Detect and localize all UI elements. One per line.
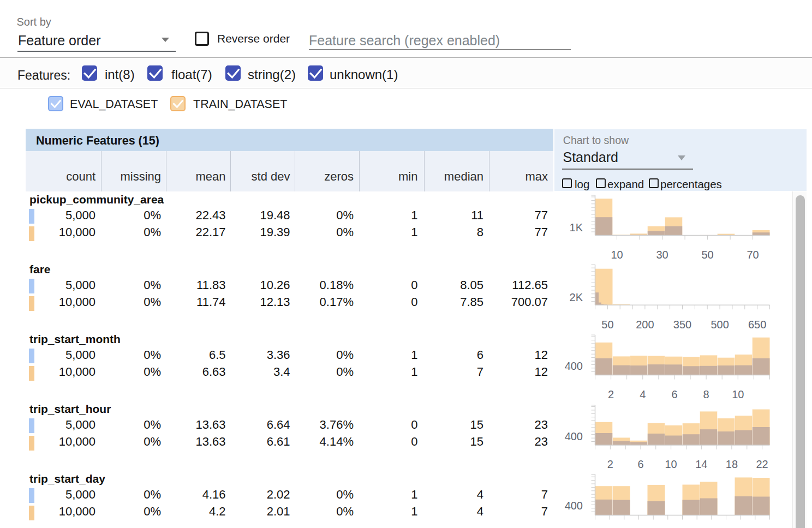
svg-text:10: 10 <box>732 388 744 400</box>
svg-text:18: 18 <box>726 458 738 470</box>
svg-text:200: 200 <box>636 319 654 331</box>
svg-text:650: 650 <box>748 319 766 331</box>
svg-text:10: 10 <box>665 458 677 470</box>
svg-text:30: 30 <box>656 249 668 261</box>
svg-text:50: 50 <box>701 249 713 261</box>
svg-text:400: 400 <box>565 500 583 512</box>
svg-text:2K: 2K <box>570 291 583 303</box>
svg-text:400: 400 <box>565 430 583 442</box>
svg-text:22: 22 <box>756 458 768 470</box>
svg-text:50: 50 <box>601 319 613 331</box>
svg-text:70: 70 <box>747 249 759 261</box>
svg-text:6: 6 <box>637 458 643 470</box>
svg-text:10: 10 <box>611 249 623 261</box>
svg-text:6: 6 <box>671 388 677 400</box>
svg-text:350: 350 <box>673 319 691 331</box>
svg-text:1K: 1K <box>570 221 583 233</box>
svg-text:2: 2 <box>607 458 613 470</box>
svg-text:8: 8 <box>703 388 709 400</box>
svg-text:4: 4 <box>640 388 646 400</box>
svg-text:500: 500 <box>710 319 729 331</box>
svg-text:400: 400 <box>565 360 583 372</box>
svg-text:2: 2 <box>608 388 614 400</box>
svg-text:14: 14 <box>695 458 707 470</box>
